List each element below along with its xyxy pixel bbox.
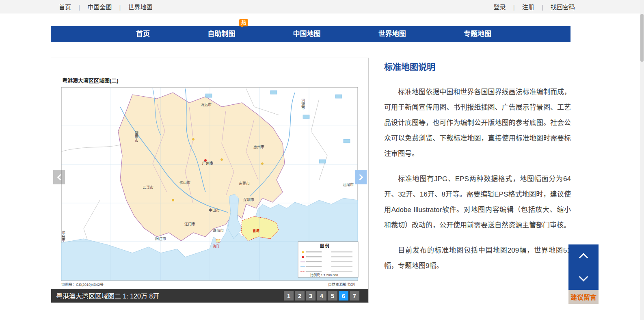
article-title: 标准地图说明 [384, 60, 571, 72]
nav-thematic-maps[interactable]: 专题地图 [464, 26, 491, 42]
chevron-up-icon [579, 253, 588, 262]
map-label: 云浮市 [143, 185, 153, 190]
map-label: 汕尾市 [343, 182, 354, 187]
topbar-left-links: 首页 | 中国全图 | 世界地图 [59, 2, 153, 11]
map-label: 河源市 [301, 98, 305, 110]
next-map-button[interactable] [355, 170, 367, 184]
article-paragraph: 目前发布的标准地图包括中国地图209幅，世界地图51幅，专题地图9幅。 [384, 243, 571, 274]
map-caption: 粤港澳大湾区区域图二 1: 120万 8开 [56, 291, 159, 301]
find-password-link[interactable]: 找回密码 [551, 4, 575, 11]
floating-panel: 建议留言 [568, 244, 599, 304]
hot-badge: 热 [239, 19, 248, 26]
scroll-down-button[interactable] [568, 267, 599, 290]
page-button-4[interactable]: 4 [317, 291, 326, 301]
description-panel: 标准地图说明 标准地图依据中国和世界各国国界线画法标准编制而成，可用于新闻宣传用… [384, 60, 571, 283]
map-producer: 自然资源部 监制 [328, 282, 355, 287]
caption-bar: 粤港澳大湾区区域图二 1: 120万 8开 1 2 3 4 5 6 7 [51, 289, 368, 303]
nav-self-mapping[interactable]: 自助制图 热 [207, 26, 235, 42]
topbar-right-links: 登录 | 注册 | 找回密码 [493, 2, 575, 11]
scrollbar-thumb[interactable] [640, 14, 644, 62]
page-button-2[interactable]: 2 [295, 291, 305, 301]
map-label: 惠州市 [253, 145, 264, 149]
separator: | [542, 4, 543, 11]
suggestion-message-button[interactable]: 建议留言 [568, 290, 599, 304]
page-button-3[interactable]: 3 [306, 291, 316, 301]
scroll-up-button[interactable] [568, 244, 599, 267]
map-label: 清远市 [201, 102, 212, 107]
page-button-1[interactable]: 1 [284, 291, 294, 301]
map-title: 粤港澳大湾区区域图(二) [62, 78, 119, 84]
topbar: 首页 | 中国全图 | 世界地图 登录 | 注册 | 找回密码 [0, 0, 644, 13]
nav-home[interactable]: 首页 [136, 26, 150, 42]
map-label: 阳江市 [155, 236, 166, 241]
nav-world-maps[interactable]: 世界地图 [378, 26, 406, 42]
page-button-7[interactable]: 7 [350, 291, 359, 301]
map-label: 澳门 [213, 244, 219, 248]
map-label: 香港 [252, 229, 260, 233]
topbar-link-china-map[interactable]: 中国全图 [87, 4, 112, 11]
map-label: 珠海市 [213, 228, 224, 233]
nav-self-mapping-label: 自助制图 [207, 30, 235, 38]
nav-china-maps[interactable]: 中国地图 [293, 26, 321, 42]
map-image: 粤港澳大湾区区域图(二) [51, 58, 368, 289]
chevron-left-icon [57, 174, 63, 180]
register-link[interactable]: 注册 [522, 4, 534, 11]
separator: | [78, 4, 80, 11]
separator: | [513, 4, 515, 11]
page-button-6-active[interactable]: 6 [339, 291, 348, 301]
scrollbar-track[interactable] [640, 0, 644, 320]
map-label: 肇庆市 [134, 131, 138, 143]
topbar-link-home[interactable]: 首页 [59, 4, 71, 11]
map-label: 深圳市 [243, 197, 254, 202]
map-approval-number: 审图号：GS(2019)4342号 [61, 282, 104, 287]
page-button-5[interactable]: 5 [328, 291, 337, 301]
map-label: 佛山市 [179, 180, 190, 185]
separator: | [119, 4, 121, 11]
chevron-down-icon [579, 272, 588, 281]
map-viewer: 粤港澳大湾区区域图(二) [51, 58, 369, 303]
legend-title: 图 例 [320, 243, 329, 248]
article-paragraph: 标准地图有JPG、EPS两种数据格式，地图幅面分为64开、32开、16开、8开等… [384, 171, 571, 233]
prev-map-button[interactable] [53, 170, 65, 184]
map-legend: 图 例 比例尺 1 [298, 242, 358, 277]
topbar-link-world-map[interactable]: 世界地图 [128, 4, 153, 11]
main-nav: 首页 自助制图 热 中国地图 世界地图 专题地图 [51, 26, 571, 42]
map-scale: 比例尺 1:1 200 000 [310, 273, 338, 277]
map-label: 茂名市 [61, 230, 65, 242]
map-label: 东莞市 [239, 181, 250, 186]
pagination: 1 2 3 4 5 6 7 [284, 291, 359, 301]
map-label: 中山市 [209, 208, 220, 212]
chevron-right-icon [357, 174, 363, 180]
page: 首页 | 中国全图 | 世界地图 登录 | 注册 | 找回密码 首页 自助制图 … [0, 0, 644, 320]
map-label: 广州市 [202, 161, 213, 165]
article-paragraph: 标准地图依据中国和世界各国国界线画法标准编制而成，可用于新闻宣传用图、书刊报纸插… [384, 84, 571, 162]
map-label: 江门市 [184, 222, 195, 226]
login-link[interactable]: 登录 [493, 4, 506, 11]
